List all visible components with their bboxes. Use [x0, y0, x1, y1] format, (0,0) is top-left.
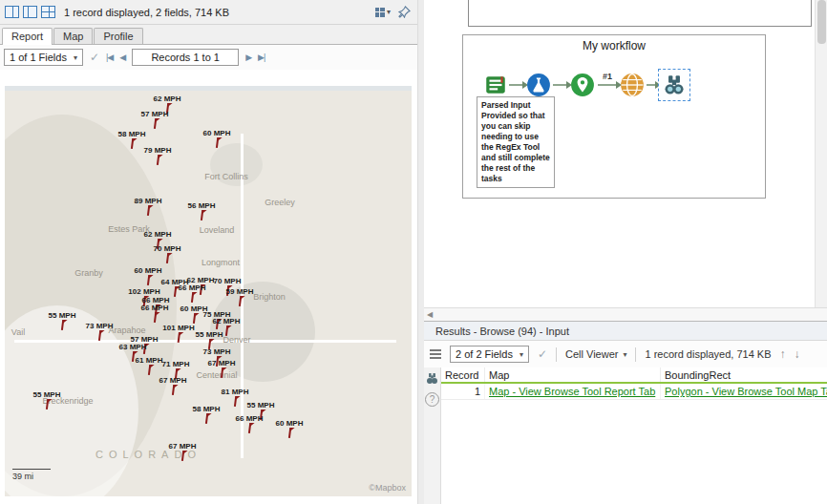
wind-speed-label: 89 MPH [135, 198, 162, 205]
wind-speed-marker: 60 MPH [135, 267, 162, 285]
move-down-icon[interactable]: ↓ [795, 347, 800, 361]
wind-speed-label: 81 MPH [222, 388, 249, 396]
wind-speed-label: 73 MPH [86, 323, 114, 330]
wind-speed-marker: 57 MPH [141, 111, 169, 129]
records-range: Records 1 to 1 [132, 49, 239, 66]
table-chooser-icon[interactable]: ▾ [375, 8, 391, 17]
flag-icon [198, 210, 206, 220]
wind-speed-label: 67 MPH [208, 360, 236, 368]
flag-icon [151, 312, 159, 323]
wind-speed-label: 58 MPH [193, 406, 221, 413]
flag-icon [236, 296, 244, 306]
wind-speed-label: 60 MPH [276, 420, 304, 428]
workflow-container[interactable]: My workflow [462, 34, 766, 199]
map-edge [5, 86, 412, 91]
browse-window-header: 1 record displayed, 2 fields, 714 KB ▾ [0, 0, 417, 25]
report-map[interactable]: Fort CollinsGreeleyEstes ParkLovelandLon… [5, 86, 412, 496]
pin-icon[interactable] [398, 6, 411, 18]
fields-dropdown[interactable]: 1 of 1 Fields ▾ [4, 49, 83, 66]
report-map-tool[interactable] [620, 73, 645, 97]
flag-icon [163, 253, 172, 263]
tab-profile[interactable]: Profile [94, 28, 142, 44]
formula-tool[interactable] [526, 73, 551, 97]
flag-icon [202, 413, 211, 424]
flag-icon [174, 332, 182, 343]
flag-icon [223, 326, 231, 336]
map-scale: 39 mi [12, 469, 51, 481]
wind-speed-label: 70 MPH [214, 278, 242, 285]
canvas-vertical-scrollbar[interactable] [815, 0, 827, 307]
boundingrect-cell-link[interactable]: Polygon - View Browse Tool Map Tab [665, 386, 827, 397]
flag-icon [188, 292, 197, 303]
menu-icon[interactable] [430, 349, 441, 359]
text-input-tool[interactable] [483, 73, 508, 97]
place-label: Arapahoe [108, 326, 145, 335]
wind-speed-marker: 81 MPH [222, 388, 249, 407]
move-up-icon[interactable]: ↑ [780, 347, 786, 361]
panel-splitter[interactable] [417, 0, 424, 504]
window-layout-split-icon[interactable] [5, 6, 19, 18]
results-panel: Results - Browse (94) - Input 2 of 2 Fie… [424, 321, 827, 504]
flag-icon [154, 155, 162, 165]
help-icon[interactable]: ? [425, 392, 439, 407]
apply-check-icon[interactable]: ✓ [90, 51, 99, 64]
flag-icon [286, 428, 294, 438]
column-header-boundingrect[interactable]: BoundingRect [661, 368, 827, 382]
wind-speed-label: 70 MPH [154, 245, 181, 253]
create-points-tool[interactable] [570, 73, 595, 97]
last-record-button[interactable]: ▶| [258, 52, 265, 62]
flag-icon [144, 275, 153, 285]
browse-anchor-icon[interactable] [424, 371, 440, 386]
workflow-canvas[interactable]: My workflow [424, 0, 827, 307]
record-cell: 1 [441, 384, 485, 399]
record-navigation-toolbar: 1 of 1 Fields ▾ ✓ |◀ ◀ Records 1 to 1 ▶ … [0, 45, 417, 70]
window-layout-grid-icon[interactable] [41, 6, 55, 18]
wind-speed-label: 66 MPH [179, 284, 206, 292]
workflow-title: My workflow [463, 39, 765, 52]
wind-speed-marker: 66 MPH [236, 415, 264, 433]
tab-map[interactable]: Map [53, 28, 93, 44]
results-table: Record Map BoundingRect 1Map - View Brow… [441, 368, 827, 504]
scrollbar-thumb[interactable] [817, 0, 826, 44]
flag-icon [231, 396, 240, 407]
scroll-left-arrow-icon[interactable]: ◀ [424, 310, 433, 319]
prev-record-button[interactable]: ◀ [119, 52, 125, 62]
wind-speed-label: 56 MPH [188, 202, 216, 210]
wind-speed-label: 62 MPH [154, 95, 181, 103]
flag-icon [145, 365, 154, 375]
first-record-button[interactable]: |◀ [106, 52, 113, 62]
column-header-record[interactable]: Record [441, 368, 485, 382]
results-fields-dropdown[interactable]: 2 of 2 Fields ▾ [450, 346, 529, 363]
map-attribution: ©Mapbox [369, 483, 406, 493]
cell-viewer-dropdown[interactable]: Cell Viewer ▾ [565, 348, 626, 360]
workflow-annotation[interactable]: Parsed Input Provided so that you can sk… [477, 96, 555, 188]
browse-tool-selected[interactable] [658, 69, 690, 101]
browse-report-window: 1 record displayed, 2 fields, 714 KB ▾ R… [0, 0, 417, 504]
formula-flask-icon [526, 73, 551, 97]
wind-speed-marker: 70 MPH [154, 245, 181, 263]
connector [509, 84, 523, 86]
column-header-map[interactable]: Map [485, 368, 661, 382]
offscreen-container-edge [468, 0, 812, 27]
wind-speed-label: 62 MPH [213, 318, 241, 326]
window-layout-sidebar-icon[interactable] [23, 6, 37, 18]
wind-speed-marker: 89 MPH [135, 198, 162, 216]
connector [598, 84, 617, 86]
wind-speed-label: 62 MPH [144, 231, 172, 239]
globe-icon [620, 73, 645, 97]
wind-speed-marker: 67 MPH [208, 360, 236, 378]
wind-speed-label: 73 MPH [203, 348, 231, 356]
grid-icon [375, 8, 385, 17]
apply-check-icon[interactable]: ✓ [538, 347, 547, 361]
flag-icon [151, 118, 159, 129]
wind-speed-marker: 79 MPH [144, 147, 172, 165]
map-pin-icon [570, 73, 595, 97]
canvas-horizontal-scrollbar[interactable]: ◀ [424, 307, 827, 321]
tab-report[interactable]: Report [2, 28, 53, 45]
next-record-button[interactable]: ▶ [245, 52, 251, 62]
map-cell-link[interactable]: Map - View Browse Tool Report Tab [489, 386, 655, 397]
wind-speed-label: 59 MPH [226, 288, 254, 296]
divider [635, 347, 636, 362]
flag-icon [245, 423, 254, 433]
results-body: ? Record Map BoundingRect 1Map - View Br… [424, 368, 827, 504]
